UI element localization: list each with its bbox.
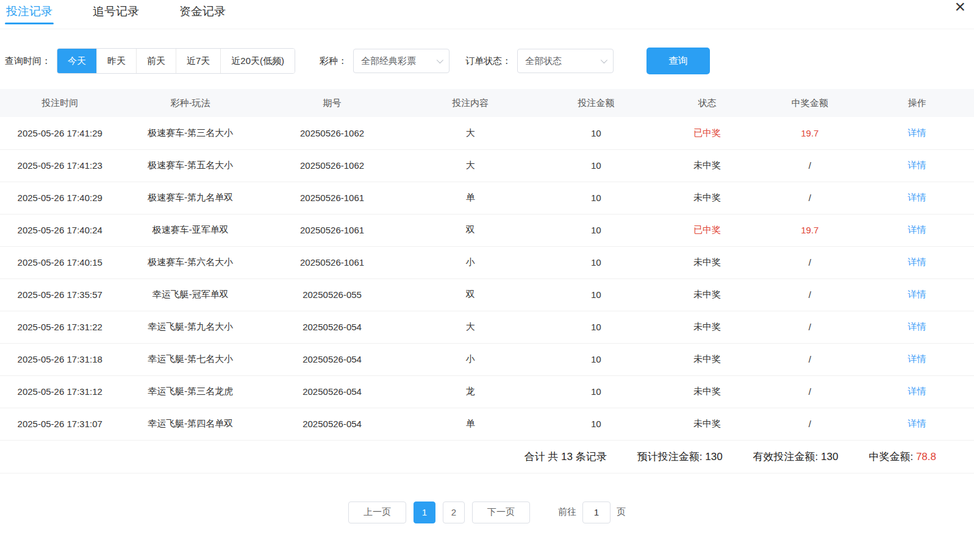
bet-amount-cell: 10 <box>538 375 655 408</box>
tabs: 投注记录 追号记录 资金记录 <box>5 0 227 28</box>
tab-chase-records[interactable]: 追号记录 <box>91 0 140 28</box>
actions-cell: 详情 <box>860 375 974 408</box>
time-option-20days[interactable]: 近20天(低频) <box>220 49 295 73</box>
bet-content-cell: 大 <box>403 149 537 182</box>
detail-link[interactable]: 详情 <box>908 321 926 331</box>
detail-link[interactable]: 详情 <box>908 353 926 364</box>
bet-content-cell: 大 <box>403 311 537 343</box>
time-range-group: 今天 昨天 前天 近7天 近20天(低频) <box>57 48 295 74</box>
issue-cell: 20250526-054 <box>261 375 403 408</box>
detail-link[interactable]: 详情 <box>908 418 926 428</box>
status-cell: 未中奖 <box>654 246 759 278</box>
summary-expected-label: 预计投注金额: <box>637 451 703 463</box>
summary-valid-label: 有效投注金额: <box>753 451 818 463</box>
bet-time-cell: 2025-05-26 17:31:07 <box>0 408 120 440</box>
summary-prize: 中奖金额: 78.8 <box>868 450 936 464</box>
close-icon[interactable]: × <box>954 0 965 16</box>
lottery-playtype-cell: 幸运飞艇-第四名单双 <box>120 408 261 440</box>
header-bet-content: 投注内容 <box>403 89 537 117</box>
detail-link[interactable]: 详情 <box>908 160 926 170</box>
actions-cell: 详情 <box>860 246 974 278</box>
time-option-today[interactable]: 今天 <box>57 49 96 73</box>
bet-amount-cell: 10 <box>538 117 655 149</box>
prev-page-button[interactable]: 上一页 <box>348 502 406 523</box>
betting-records-table: 投注时间 彩种-玩法 期号 投注内容 投注金额 状态 中奖金额 操作 2025-… <box>0 89 974 441</box>
bet-amount-cell: 10 <box>538 408 655 440</box>
bet-time-cell: 2025-05-26 17:35:57 <box>0 278 120 311</box>
summary-expected: 预计投注金额: 130 <box>637 450 723 464</box>
actions-cell: 详情 <box>860 214 974 246</box>
lottery-playtype-cell: 极速赛车-第六名大小 <box>120 246 261 278</box>
time-option-day-before[interactable]: 前天 <box>136 49 176 73</box>
tab-funds-records[interactable]: 资金记录 <box>178 0 227 28</box>
order-status-filter-label: 订单状态： <box>465 55 511 67</box>
time-option-yesterday[interactable]: 昨天 <box>96 49 136 73</box>
goto-label: 前往 <box>558 506 576 518</box>
status-cell: 未中奖 <box>654 408 759 440</box>
issue-cell: 20250526-1061 <box>261 246 403 278</box>
lottery-playtype-cell: 极速赛车-第五名大小 <box>120 149 261 182</box>
prize-amount-cell: / <box>760 311 860 343</box>
actions-cell: 详情 <box>860 149 974 182</box>
issue-cell: 20250526-1061 <box>261 214 403 246</box>
goto-suffix: 页 <box>617 506 626 518</box>
status-cell: 未中奖 <box>654 149 759 182</box>
table-header-row: 投注时间 彩种-玩法 期号 投注内容 投注金额 状态 中奖金额 操作 <box>0 89 974 117</box>
betting-records-panel: 投注记录 追号记录 资金记录 × 查询时间： 今天 昨天 前天 近7天 近20天… <box>0 0 974 523</box>
summary-expected-value: 130 <box>705 451 722 463</box>
detail-link[interactable]: 详情 <box>908 289 926 299</box>
prize-amount-cell: / <box>760 375 860 408</box>
order-status-select[interactable]: 全部状态 <box>517 49 614 73</box>
issue-cell: 20250526-1061 <box>261 182 403 214</box>
bet-time-cell: 2025-05-26 17:31:12 <box>0 375 120 408</box>
table-row: 2025-05-26 17:35:57 幸运飞艇-冠军单双 20250526-0… <box>0 278 974 311</box>
goto-page-input[interactable] <box>582 502 611 523</box>
time-option-7days[interactable]: 近7天 <box>176 49 220 73</box>
goto-page-group: 前往 页 <box>558 502 626 523</box>
bet-amount-cell: 10 <box>538 311 655 343</box>
bet-content-cell: 双 <box>403 214 537 246</box>
detail-link[interactable]: 详情 <box>908 224 926 235</box>
prize-amount-cell: / <box>760 343 860 375</box>
detail-link[interactable]: 详情 <box>908 257 926 267</box>
search-button[interactable]: 查询 <box>646 48 710 74</box>
table-row: 2025-05-26 17:31:12 幸运飞艇-第三名龙虎 20250526-… <box>0 375 974 408</box>
prize-amount-cell: / <box>760 246 860 278</box>
summary-total: 合计 共 13 条记录 <box>525 450 607 464</box>
bet-amount-cell: 10 <box>538 343 655 375</box>
prize-amount-cell: / <box>760 182 860 214</box>
actions-cell: 详情 <box>860 311 974 343</box>
tabs-bar: 投注记录 追号记录 资金记录 × <box>0 0 974 29</box>
bet-content-cell: 单 <box>403 182 537 214</box>
order-status-select-value: 全部状态 <box>525 55 562 67</box>
bet-time-cell: 2025-05-26 17:40:29 <box>0 182 120 214</box>
actions-cell: 详情 <box>860 408 974 440</box>
lottery-playtype-cell: 幸运飞艇-第三名龙虎 <box>120 375 261 408</box>
lottery-select[interactable]: 全部经典彩票 <box>353 49 449 73</box>
page-button-2[interactable]: 2 <box>443 502 465 523</box>
header-bet-amount: 投注金额 <box>538 89 655 117</box>
issue-cell: 20250526-1062 <box>261 117 403 149</box>
summary-bar: 合计 共 13 条记录 预计投注金额: 130 有效投注金额: 130 中奖金额… <box>0 441 974 473</box>
detail-link[interactable]: 详情 <box>908 127 926 138</box>
status-cell: 已中奖 <box>654 214 759 246</box>
issue-cell: 20250526-054 <box>261 408 403 440</box>
next-page-button[interactable]: 下一页 <box>472 502 530 523</box>
actions-cell: 详情 <box>860 278 974 311</box>
actions-cell: 详情 <box>860 343 974 375</box>
page-button-1[interactable]: 1 <box>414 502 435 523</box>
detail-link[interactable]: 详情 <box>908 386 926 396</box>
prize-amount-cell: / <box>760 278 860 311</box>
bet-amount-cell: 10 <box>538 214 655 246</box>
tab-betting-records[interactable]: 投注记录 <box>5 0 54 28</box>
bet-amount-cell: 10 <box>538 246 655 278</box>
chevron-down-icon <box>601 57 607 63</box>
lottery-playtype-cell: 极速赛车-亚军单双 <box>120 214 261 246</box>
bet-amount-cell: 10 <box>538 278 655 311</box>
pagination: 上一页 1 2 下一页 前往 页 <box>0 502 974 523</box>
status-cell: 未中奖 <box>654 343 759 375</box>
detail-link[interactable]: 详情 <box>908 192 926 202</box>
actions-cell: 详情 <box>860 182 974 214</box>
issue-cell: 20250526-1062 <box>261 149 403 182</box>
issue-cell: 20250526-054 <box>261 343 403 375</box>
